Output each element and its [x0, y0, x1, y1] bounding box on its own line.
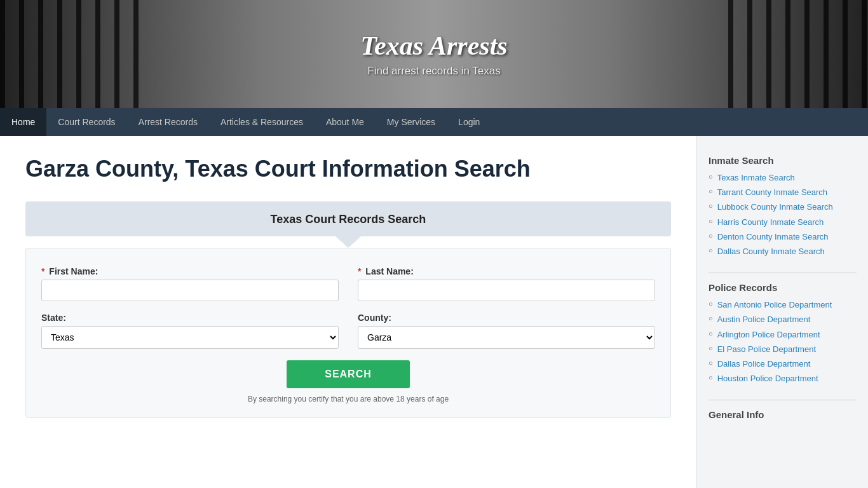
inmate-search-list: Texas Inmate Search Tarrant County Inmat… [709, 172, 857, 257]
inmate-link-denton[interactable]: Denton County Inmate Search [717, 231, 829, 243]
police-link-sanantonio[interactable]: San Antonio Police Department [717, 299, 832, 311]
state-county-row: State: Texas County: Garza [41, 313, 655, 349]
sidebar-divider-1 [709, 273, 857, 273]
county-select[interactable]: Garza [358, 326, 655, 349]
police-link-arlington[interactable]: Arlington Police Department [717, 329, 820, 341]
county-label: County: [358, 313, 655, 323]
general-info-title: General Info [709, 409, 857, 420]
last-name-group: * Last Name: [358, 266, 655, 301]
search-box-header: Texas Court Records Search [25, 201, 671, 236]
name-row: * First Name: * Last Name: [41, 266, 655, 301]
nav-arrest-records[interactable]: Arrest Records [127, 108, 209, 136]
list-item: Austin Police Department [709, 314, 857, 325]
sidebar: Inmate Search Texas Inmate Search Tarran… [696, 136, 868, 488]
search-box-pointer [336, 236, 361, 248]
page-wrap: Garza County, Texas Court Information Se… [0, 136, 868, 488]
nav-my-services[interactable]: My Services [376, 108, 447, 136]
police-link-austin[interactable]: Austin Police Department [717, 314, 811, 325]
search-form-wrap: * First Name: * Last Name: [25, 248, 671, 418]
list-item: Harris County Inmate Search [709, 217, 857, 228]
list-item: El Paso Police Department [709, 344, 857, 355]
first-name-required: * [41, 266, 44, 276]
police-link-dallas[interactable]: Dallas Police Department [717, 358, 811, 370]
search-box-title: Texas Court Records Search [38, 213, 658, 236]
last-name-input[interactable] [358, 280, 655, 301]
inmate-link-tarrant[interactable]: Tarrant County Inmate Search [717, 187, 827, 198]
nav-articles-resources[interactable]: Articles & Resources [209, 108, 315, 136]
inmate-link-texas[interactable]: Texas Inmate Search [717, 172, 795, 184]
list-item: Texas Inmate Search [709, 172, 857, 184]
page-title: Garza County, Texas Court Information Se… [25, 155, 671, 182]
first-name-input[interactable] [41, 280, 339, 301]
police-records-list: San Antonio Police Department Austin Pol… [709, 299, 857, 384]
search-btn-wrap: SEARCH [41, 360, 655, 388]
state-select[interactable]: Texas [41, 326, 339, 349]
list-item: San Antonio Police Department [709, 299, 857, 311]
last-name-label: * Last Name: [358, 266, 655, 276]
police-records-title: Police Records [709, 282, 857, 293]
county-group: County: Garza [358, 313, 655, 349]
site-subtitle: Find arrest records in Texas [367, 65, 500, 78]
state-group: State: Texas [41, 313, 339, 349]
police-link-elpaso[interactable]: El Paso Police Department [717, 344, 816, 355]
inmate-link-dallas[interactable]: Dallas County Inmate Search [717, 246, 825, 257]
main-content: Garza County, Texas Court Information Se… [0, 136, 696, 488]
site-header: Texas Arrests Find arrest records in Tex… [0, 0, 868, 108]
police-link-houston[interactable]: Houston Police Department [717, 373, 818, 384]
nav-about-me[interactable]: About Me [315, 108, 376, 136]
list-item: Houston Police Department [709, 373, 857, 384]
list-item: Lubbock County Inmate Search [709, 201, 857, 213]
search-button[interactable]: SEARCH [287, 360, 410, 388]
sidebar-divider-2 [709, 400, 857, 400]
inmate-link-harris[interactable]: Harris County Inmate Search [717, 217, 824, 228]
main-nav: Home Court Records Arrest Records Articl… [0, 108, 868, 136]
search-form: * First Name: * Last Name: [41, 266, 655, 403]
list-item: Dallas Police Department [709, 358, 857, 370]
inmate-search-title: Inmate Search [709, 155, 857, 166]
list-item: Denton County Inmate Search [709, 231, 857, 243]
nav-login[interactable]: Login [447, 108, 491, 136]
inmate-link-lubbock[interactable]: Lubbock County Inmate Search [717, 201, 833, 213]
site-title: Texas Arrests [360, 30, 507, 61]
first-name-label: * First Name: [41, 266, 339, 276]
nav-court-records[interactable]: Court Records [46, 108, 126, 136]
list-item: Arlington Police Department [709, 329, 857, 341]
first-name-group: * First Name: [41, 266, 339, 301]
list-item: Tarrant County Inmate Search [709, 187, 857, 198]
last-name-required: * [358, 266, 361, 276]
state-label: State: [41, 313, 339, 323]
search-disclaimer: By searching you certify that you are ab… [41, 395, 655, 403]
nav-home[interactable]: Home [0, 108, 46, 136]
list-item: Dallas County Inmate Search [709, 246, 857, 257]
